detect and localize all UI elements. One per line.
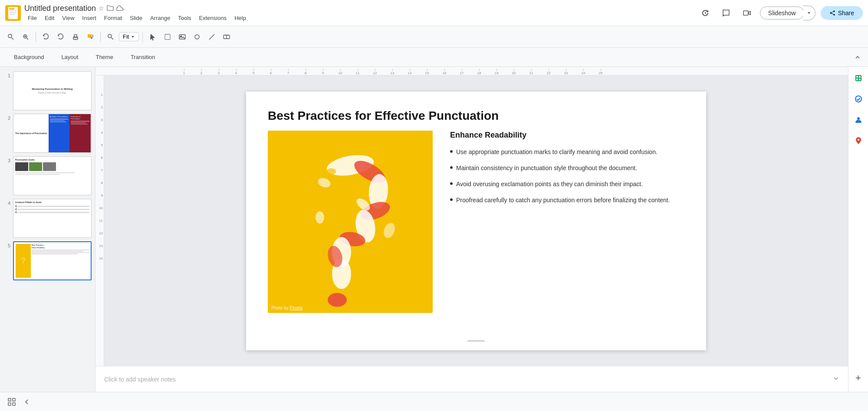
menu-extensions[interactable]: Extensions — [196, 14, 230, 22]
slide-thumb-1[interactable]: 1 Mastering Punctuation in Writing A gui… — [3, 71, 92, 110]
slide-panel[interactable]: 1 Mastering Punctuation in Writing A gui… — [0, 67, 95, 392]
star-icon[interactable]: ☆ — [99, 5, 104, 12]
slide-img-1[interactable]: Mastering Punctuation in Writing A guide… — [13, 71, 92, 110]
main-area: 1 Mastering Punctuation in Writing A gui… — [0, 67, 868, 392]
paint-format-btn[interactable] — [84, 30, 97, 43]
menu-file[interactable]: File — [24, 14, 40, 22]
svg-point-34 — [316, 176, 332, 189]
menu-help[interactable]: Help — [231, 14, 250, 22]
folder-icon[interactable] — [107, 4, 114, 13]
zoom-in-btn[interactable] — [19, 30, 32, 43]
slide-title[interactable]: Best Practices for Effective Punctuation — [268, 109, 658, 123]
slide-num-1: 1 — [3, 71, 10, 78]
slide-img-3[interactable]: Punctuation Guide — [13, 156, 92, 195]
grid-view-btn[interactable] — [5, 395, 18, 408]
svg-line-15 — [112, 37, 114, 39]
redo-btn[interactable] — [54, 30, 67, 43]
canvas-area: 1 2 3 4 5 6 7 8 9 10 11 12 13 14 15 16 1… — [95, 67, 848, 392]
cursor-btn[interactable] — [146, 30, 159, 43]
menu-bar: File Edit View Insert Format Slide Arran… — [24, 14, 694, 22]
notes-bar[interactable]: Click to add speaker notes — [95, 366, 848, 392]
slide-thumb-2[interactable]: 2 The Importance of Punctuation Benefits… — [3, 114, 92, 153]
slide-toolbar: Background Layout Theme Transition — [0, 48, 868, 67]
doc-title[interactable]: Untitled presentation — [24, 4, 96, 13]
theme-btn[interactable]: Theme — [89, 51, 120, 63]
toolbar-sep-1 — [36, 32, 36, 42]
print-btn[interactable] — [69, 30, 82, 43]
svg-rect-5 — [743, 11, 748, 15]
cloud-icon[interactable] — [116, 4, 124, 13]
svg-point-44 — [855, 96, 861, 102]
ruler-h-content: 1 2 3 4 5 6 7 8 9 10 11 12 13 14 15 16 1… — [104, 67, 609, 75]
textbox-btn[interactable] — [220, 30, 233, 43]
notes-expand-icon[interactable] — [832, 375, 839, 384]
side-icon-tasks[interactable] — [852, 92, 865, 106]
slide-thumb-3[interactable]: 3 Punctuation Guide — [3, 156, 92, 195]
zoom-icon-btn[interactable] — [104, 30, 117, 43]
svg-rect-3 — [9, 12, 17, 13]
history-icon-btn[interactable] — [697, 5, 713, 21]
slideshow-button[interactable]: Slideshow — [760, 7, 804, 20]
menu-slide[interactable]: Slide — [126, 14, 146, 22]
photo-credit: Photo by Pexels — [271, 306, 302, 310]
menu-edit[interactable]: Edit — [41, 14, 58, 22]
menu-tools[interactable]: Tools — [174, 14, 194, 22]
side-icons: + — [848, 67, 868, 392]
slide-img-4[interactable]: Common Pitfalls to Avoid — [13, 199, 92, 238]
svg-line-20 — [209, 34, 214, 39]
toolbar: Fit — [0, 26, 868, 48]
share-button[interactable]: Share — [821, 6, 863, 20]
bullet-item-3: Avoid overusing exclamation points as th… — [450, 180, 684, 189]
slide-canvas-wrap[interactable]: Best Practices for Effective Punctuation — [104, 76, 848, 366]
svg-rect-2 — [9, 10, 17, 11]
side-add-btn[interactable]: + — [852, 371, 865, 385]
bullet-text-4: Proofread carefully to catch any punctua… — [456, 196, 670, 205]
side-icon-sheets[interactable] — [852, 71, 865, 85]
notes-placeholder[interactable]: Click to add speaker notes — [104, 376, 176, 383]
menu-format[interactable]: Format — [101, 14, 125, 22]
slideshow-dropdown[interactable] — [803, 6, 815, 20]
menu-insert[interactable]: Insert — [79, 14, 100, 22]
zoom-select[interactable]: Fit — [119, 32, 139, 41]
side-icon-contacts[interactable] — [852, 113, 865, 127]
menu-view[interactable]: View — [59, 14, 78, 22]
svg-rect-42 — [856, 79, 858, 80]
bullet-dot-3 — [450, 182, 453, 185]
svg-point-6 — [8, 34, 12, 38]
svg-point-45 — [857, 117, 860, 120]
comment-icon-btn[interactable] — [718, 5, 734, 21]
slide-img-2[interactable]: The Importance of Punctuation Benefits o… — [13, 114, 92, 153]
slide-thumb-4[interactable]: 4 Common Pitfalls to Avoid — [3, 199, 92, 238]
line-btn[interactable] — [205, 30, 218, 43]
bullet-item-1: Use appropriate punctuation marks to cla… — [450, 148, 684, 157]
layout-btn[interactable]: Layout — [54, 51, 85, 63]
svg-rect-16 — [165, 34, 170, 39]
video-icon-btn[interactable] — [739, 5, 755, 21]
slide-thumb-5[interactable]: 5 ? Best Practices... Enhance Readabilit… — [3, 241, 92, 280]
pexels-link[interactable]: Pexels — [289, 306, 302, 310]
svg-point-36 — [382, 221, 397, 239]
ruler-vertical: 1 2 3 4 5 6 7 8 9 10 11 12 13 14 — [95, 76, 104, 366]
search-btn[interactable] — [4, 30, 17, 43]
collapse-btn[interactable] — [854, 54, 861, 61]
shapes-btn[interactable] — [191, 30, 204, 43]
bullet-text-2: Maintain consistency in punctuation styl… — [456, 164, 637, 173]
zoom-label: Fit — [123, 33, 129, 40]
select-frame-btn[interactable] — [161, 30, 174, 43]
svg-line-9 — [27, 38, 29, 39]
side-icon-maps[interactable] — [852, 134, 865, 148]
undo-btn[interactable] — [39, 30, 53, 43]
menu-arrange[interactable]: Arrange — [147, 14, 174, 22]
slide-num-5: 5 — [3, 241, 10, 248]
background-btn[interactable]: Background — [7, 51, 51, 63]
svg-rect-12 — [73, 37, 78, 39]
collapse-panel-btn[interactable] — [22, 397, 32, 407]
transition-btn[interactable]: Transition — [124, 51, 162, 63]
image-btn[interactable] — [176, 30, 189, 43]
slide-img-5[interactable]: ? Best Practices... Enhance Readability — [13, 241, 92, 280]
slideshow-btn-group[interactable]: Slideshow — [760, 6, 815, 20]
bullet-dot-2 — [450, 166, 453, 169]
bullet-dot-4 — [450, 198, 453, 201]
svg-rect-4 — [9, 14, 15, 15]
canvas-with-ruler: 1 2 3 4 5 6 7 8 9 10 11 12 13 14 — [95, 76, 848, 366]
